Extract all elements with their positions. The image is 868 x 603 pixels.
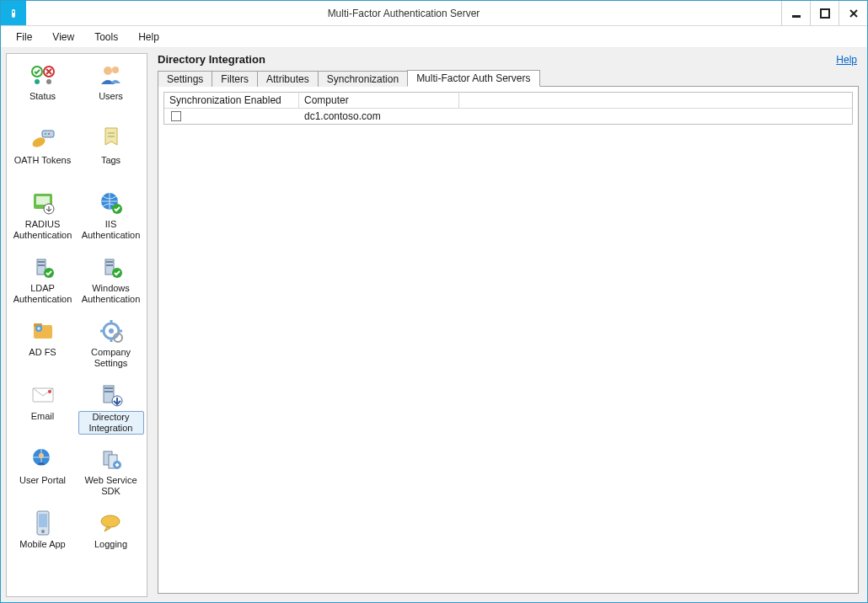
svg-rect-29: [106, 261, 113, 263]
user-portal-icon: [29, 445, 57, 473]
cell-sync-enabled: [164, 109, 299, 124]
directory-integration-icon: [97, 381, 126, 409]
svg-rect-25: [38, 261, 45, 263]
sidebar-item-radius-authentication[interactable]: RADIUS Authentication: [8, 187, 77, 251]
svg-point-56: [101, 515, 120, 527]
svg-point-11: [104, 67, 112, 75]
tags-icon: [97, 125, 126, 153]
sync-enabled-checkbox[interactable]: [171, 111, 181, 121]
users-icon: [97, 61, 126, 89]
content-area: StatusUsersOATH TokensTagsRADIUS Authent…: [1, 48, 867, 602]
menu-tools[interactable]: Tools: [86, 29, 126, 45]
svg-rect-45: [104, 387, 113, 389]
tab-strip: SettingsFiltersAttributesSynchronization…: [154, 69, 862, 86]
svg-rect-26: [38, 264, 45, 266]
svg-point-36: [109, 328, 114, 334]
sidebar-item-users[interactable]: Users: [77, 59, 145, 123]
sidebar-item-label: Mobile App: [19, 539, 65, 550]
sidebar-item-ldap-authentication[interactable]: LDAP Authentication: [8, 251, 77, 315]
window-title: Multi-Factor Authentication Server: [26, 1, 781, 25]
sidebar: StatusUsersOATH TokensTagsRADIUS Authent…: [6, 53, 147, 597]
sidebar-item-email[interactable]: Email: [8, 379, 77, 443]
sidebar-item-label: LDAP Authentication: [10, 283, 76, 305]
svg-point-43: [48, 390, 51, 393]
servers-grid: Synchronization Enabled Computer dc1.con…: [163, 92, 853, 125]
sidebar-item-label: User Portal: [19, 475, 66, 486]
sidebar-item-ad-fs[interactable]: AD FS: [8, 315, 77, 379]
ldap-authentication-icon: [29, 253, 57, 281]
menu-view[interactable]: View: [44, 29, 83, 45]
sidebar-item-label: Company Settings: [78, 347, 144, 369]
tab-filters[interactable]: Filters: [212, 71, 258, 87]
maximize-button[interactable]: [810, 1, 839, 25]
svg-point-55: [41, 530, 45, 533]
tab-multi-factor-auth-servers[interactable]: Multi-Factor Auth Servers: [407, 70, 539, 87]
iis-authentication-icon: [97, 189, 126, 217]
sidebar-item-label: Users: [99, 91, 123, 102]
svg-point-15: [45, 133, 46, 135]
svg-rect-30: [106, 264, 113, 266]
svg-rect-46: [104, 391, 113, 392]
menubar: File View Tools Help: [1, 26, 867, 48]
col-sync-enabled[interactable]: Synchronization Enabled: [164, 93, 299, 109]
close-button[interactable]: [839, 1, 867, 25]
sidebar-item-company-settings[interactable]: Company Settings: [77, 315, 145, 379]
svg-rect-4: [821, 9, 829, 18]
sidebar-item-windows-authentication[interactable]: Windows Authentication: [77, 251, 145, 315]
table-row[interactable]: dc1.contoso.com: [164, 109, 852, 124]
page-header: Directory Integration Help: [154, 53, 862, 69]
svg-point-2: [13, 10, 14, 12]
window-controls: [781, 1, 867, 25]
grid-header: Synchronization Enabled Computer: [164, 93, 852, 109]
svg-rect-3: [792, 15, 801, 18]
radius-authentication-icon: [29, 189, 57, 217]
sidebar-item-logging[interactable]: Logging: [77, 507, 145, 571]
col-computer[interactable]: Computer: [299, 93, 459, 109]
sidebar-item-label: IIS Authentication: [78, 219, 144, 241]
cell-computer: dc1.contoso.com: [299, 109, 852, 124]
sidebar-item-tags[interactable]: Tags: [77, 123, 145, 187]
svg-point-49: [39, 453, 44, 458]
svg-point-9: [35, 79, 40, 84]
sidebar-item-user-portal[interactable]: User Portal: [8, 443, 77, 507]
tab-settings[interactable]: Settings: [158, 71, 212, 87]
sidebar-item-label: Web Service SDK: [78, 475, 144, 497]
tab-panel: Synchronization Enabled Computer dc1.con…: [158, 86, 859, 594]
minimize-button[interactable]: [781, 1, 810, 25]
help-link[interactable]: Help: [836, 54, 857, 66]
titlebar: Multi-Factor Authentication Server: [1, 1, 867, 26]
menu-file[interactable]: File: [8, 29, 40, 45]
windows-authentication-icon: [97, 253, 126, 281]
status-icon: [29, 61, 57, 89]
app-icon: [1, 1, 26, 25]
svg-rect-54: [39, 514, 47, 527]
col-spacer: [459, 93, 852, 109]
sidebar-item-iis-authentication[interactable]: IIS Authentication: [77, 187, 145, 251]
sidebar-item-label: Logging: [94, 539, 127, 550]
app-window: Multi-Factor Authentication Server File …: [0, 0, 868, 603]
tab-synchronization[interactable]: Synchronization: [318, 71, 408, 87]
sidebar-item-label: Windows Authentication: [78, 283, 144, 305]
svg-rect-1: [12, 9, 15, 18]
mobile-app-icon: [29, 509, 57, 537]
ad-fs-icon: [29, 317, 57, 345]
page-title: Directory Integration: [158, 53, 265, 66]
sidebar-item-web-service-sdk[interactable]: Web Service SDK: [77, 443, 145, 507]
svg-point-12: [112, 67, 119, 73]
svg-rect-20: [36, 196, 50, 205]
tab-attributes[interactable]: Attributes: [257, 71, 319, 87]
grid-body: dc1.contoso.com: [164, 109, 852, 124]
sidebar-item-oath-tokens[interactable]: OATH Tokens: [8, 123, 77, 187]
sidebar-item-label: Directory Integration: [78, 411, 144, 435]
sidebar-item-label: OATH Tokens: [14, 155, 71, 166]
web-service-sdk-icon: [97, 445, 126, 473]
sidebar-item-directory-integration[interactable]: Directory Integration: [77, 379, 145, 443]
panel-filler: [163, 125, 853, 588]
sidebar-item-mobile-app[interactable]: Mobile App: [8, 507, 77, 571]
sidebar-item-status[interactable]: Status: [8, 59, 77, 123]
company-settings-icon: [97, 317, 126, 345]
sidebar-item-label: RADIUS Authentication: [10, 219, 76, 241]
svg-point-10: [46, 79, 51, 84]
menu-help[interactable]: Help: [130, 29, 168, 45]
sidebar-item-label: AD FS: [29, 347, 56, 358]
